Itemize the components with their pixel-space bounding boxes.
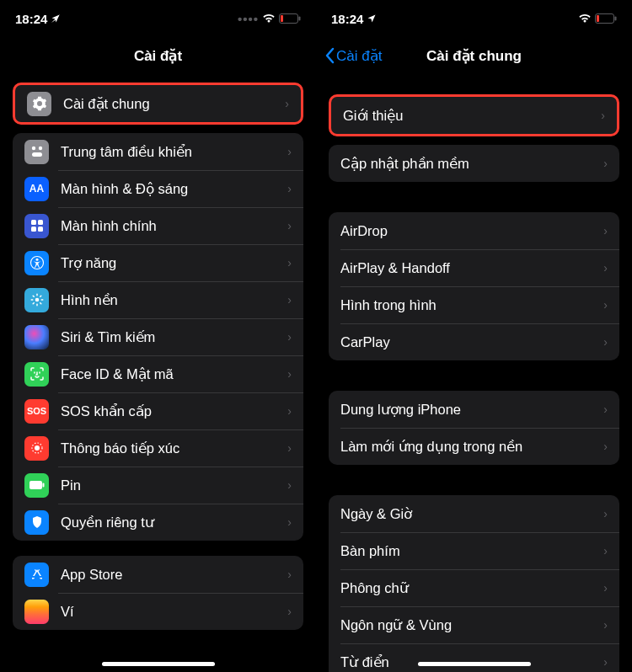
row-general[interactable]: Cài đặt chung ›: [15, 85, 301, 122]
locale-group: Ngày & Giờ› Bàn phím› Phông chữ› Ngôn ng…: [329, 495, 619, 672]
location-icon: [367, 13, 377, 24]
row-software-update[interactable]: Cập nhật phần mềm ›: [329, 145, 619, 182]
chevron-left-icon: [324, 47, 335, 64]
siri-icon: [24, 325, 49, 349]
row-fonts[interactable]: Phông chữ›: [329, 569, 619, 606]
row-label: Dung lượng iPhone: [340, 402, 603, 418]
chevron-right-icon: ›: [601, 109, 605, 122]
row-battery[interactable]: Pin ›: [13, 467, 303, 504]
svg-rect-6: [31, 220, 36, 225]
row-label: Cập nhật phần mềm: [340, 156, 603, 172]
status-bar: 18:24: [316, 0, 632, 37]
battery-icon: [24, 473, 49, 498]
row-carplay[interactable]: CarPlay›: [329, 323, 619, 360]
home-indicator[interactable]: [102, 662, 215, 666]
row-wallpaper[interactable]: Hình nền ›: [13, 281, 303, 318]
sos-icon: SOS: [24, 399, 49, 424]
row-airdrop[interactable]: AirDrop›: [329, 212, 619, 249]
svg-point-11: [35, 259, 38, 261]
face-id-icon: [24, 362, 49, 387]
row-background-refresh[interactable]: Làm mới ứng dụng trong nền›: [329, 428, 619, 465]
cell-dots-icon: ••••: [238, 12, 259, 26]
chevron-right-icon: ›: [603, 655, 608, 669]
exposure-icon: [24, 436, 49, 461]
nav-bar: Cài đặt Cài đặt chung: [316, 37, 632, 74]
row-language-region[interactable]: Ngôn ngữ & Vùng›: [329, 606, 619, 643]
chevron-right-icon: ›: [603, 298, 608, 312]
row-accessibility[interactable]: Trợ năng ›: [13, 244, 303, 281]
back-label: Cài đặt: [336, 47, 382, 65]
row-airplay[interactable]: AirPlay & Handoff›: [329, 249, 619, 286]
chevron-right-icon: ›: [287, 441, 292, 455]
row-sos[interactable]: SOS SOS khẩn cấp ›: [13, 392, 303, 429]
settings-group-main: Trung tâm điều khiển › AA Màn hình & Độ …: [13, 133, 303, 541]
chevron-right-icon: ›: [287, 145, 292, 158]
row-siri[interactable]: Siri & Tìm kiếm ›: [13, 318, 303, 355]
chevron-right-icon: ›: [285, 97, 289, 110]
chevron-right-icon: ›: [287, 478, 292, 492]
row-label: App Store: [61, 567, 287, 583]
svg-rect-18: [597, 15, 599, 22]
row-label: Hình nền: [61, 292, 287, 308]
svg-point-3: [31, 147, 35, 150]
row-about[interactable]: Giới thiệu ›: [331, 97, 617, 134]
storage-group: Dung lượng iPhone› Làm mới ứng dụng tron…: [329, 391, 619, 465]
status-time: 18:24: [331, 12, 363, 26]
home-icon: [24, 214, 49, 238]
chevron-right-icon: ›: [603, 335, 608, 349]
row-label: Ngày & Giờ: [340, 506, 603, 522]
gear-icon: [27, 92, 51, 116]
chevron-right-icon: ›: [603, 224, 608, 237]
row-label: Hình trong hình: [340, 297, 603, 313]
back-button[interactable]: Cài đặt: [324, 47, 382, 65]
wifi-icon: [262, 13, 276, 24]
row-keyboard[interactable]: Bàn phím›: [329, 532, 619, 569]
general-screen: 18:24 Cài đặt Cài đặt chung Giới thiệu ›…: [316, 0, 632, 672]
row-label: Thông báo tiếp xúc: [61, 440, 287, 456]
svg-rect-7: [38, 220, 43, 225]
svg-rect-16: [42, 483, 44, 488]
row-label: Trợ năng: [61, 255, 287, 271]
chevron-right-icon: ›: [603, 440, 608, 453]
wallpaper-icon: [24, 288, 49, 312]
chevron-right-icon: ›: [603, 157, 608, 170]
row-label: Cài đặt chung: [63, 96, 285, 112]
row-label: Bàn phím: [340, 543, 603, 559]
row-label: SOS khẩn cấp: [61, 403, 287, 419]
row-app-store[interactable]: App Store ›: [13, 556, 303, 593]
row-iphone-storage[interactable]: Dung lượng iPhone›: [329, 391, 619, 428]
row-label: Màn hình & Độ sáng: [61, 181, 287, 197]
row-home-screen[interactable]: Màn hình chính ›: [13, 207, 303, 244]
row-label: Siri & Tìm kiếm: [61, 329, 287, 345]
row-control-center[interactable]: Trung tâm điều khiển ›: [13, 133, 303, 170]
row-date-time[interactable]: Ngày & Giờ›: [329, 495, 619, 532]
chevron-right-icon: ›: [287, 293, 292, 307]
nav-bar: Cài đặt: [0, 37, 316, 74]
svg-rect-2: [299, 17, 301, 21]
row-label: Phông chữ: [340, 580, 603, 596]
settings-screen: 18:24 •••• Cài đặt Cài đặt chung › Trung…: [0, 0, 316, 672]
chevron-right-icon: ›: [287, 256, 292, 269]
status-time: 18:24: [15, 12, 47, 26]
row-label: Face ID & Mật mã: [61, 366, 287, 382]
chevron-right-icon: ›: [287, 182, 292, 195]
row-wallet[interactable]: Ví ›: [13, 593, 303, 630]
app-store-icon: [24, 563, 49, 587]
svg-rect-15: [29, 481, 42, 489]
row-exposure[interactable]: Thông báo tiếp xúc ›: [13, 429, 303, 467]
row-label: Pin: [61, 477, 287, 493]
row-label: CarPlay: [340, 334, 603, 350]
chevron-right-icon: ›: [603, 544, 608, 557]
svg-rect-1: [281, 15, 283, 22]
chevron-right-icon: ›: [603, 261, 608, 275]
svg-rect-19: [615, 17, 617, 21]
row-face-id[interactable]: Face ID & Mật mã ›: [13, 355, 303, 392]
svg-rect-9: [38, 227, 43, 232]
row-pip[interactable]: Hình trong hình›: [329, 286, 619, 323]
row-display[interactable]: AA Màn hình & Độ sáng ›: [13, 170, 303, 207]
row-dictionary[interactable]: Từ điển›: [329, 643, 619, 672]
row-privacy[interactable]: Quyền riêng tư ›: [13, 504, 303, 541]
chevron-right-icon: ›: [603, 403, 608, 416]
row-label: Trung tâm điều khiển: [61, 144, 287, 160]
home-indicator[interactable]: [418, 662, 531, 666]
